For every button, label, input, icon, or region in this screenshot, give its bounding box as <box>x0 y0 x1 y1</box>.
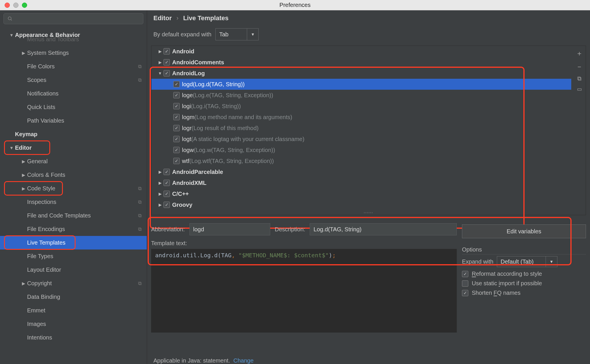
sidebar-item-copyright[interactable]: ▶Copyright⧉ <box>0 277 147 290</box>
checkbox-icon[interactable]: ✓ <box>173 136 180 142</box>
remove-icon[interactable]: － <box>576 62 583 71</box>
template-group-groovy[interactable]: ▶✓Groovy <box>151 199 571 210</box>
sidebar-item-label: System Settings <box>27 50 69 56</box>
sidebar-item-menus[interactable]: Menus and Toolbars <box>0 33 147 46</box>
search-input[interactable] <box>3 13 143 24</box>
default-expand-label: By default expand with <box>153 31 211 38</box>
sidebar-item-images[interactable]: Images <box>0 317 147 331</box>
template-group-cc[interactable]: ▶✓C/C++ <box>151 188 571 199</box>
template-group-androidlog[interactable]: ▼✓AndroidLog <box>151 68 571 79</box>
template-desc: (Log.w(TAG, String, Exception)) <box>194 147 275 153</box>
sidebar-item-filetypes[interactable]: File Types <box>0 249 147 263</box>
sidebar-item-label: Data Binding <box>27 294 60 300</box>
change-context-link[interactable]: Change <box>233 357 253 364</box>
template-item-logm[interactable]: ✓logm (Log method name and its arguments… <box>151 112 571 123</box>
sidebar-item-keymap[interactable]: Keymap <box>0 127 147 141</box>
paste-icon[interactable]: ▭ <box>577 86 582 92</box>
close-window-button[interactable] <box>5 3 10 8</box>
sidebar-item-filecolors[interactable]: File Colors⧉ <box>0 60 147 73</box>
sidebar-item-intentions[interactable]: Intentions <box>0 331 147 344</box>
template-item-logi[interactable]: ✓logi (Log.i(TAG, String)) <box>151 101 571 112</box>
template-abbr: wtf <box>182 158 189 164</box>
default-expand-value[interactable] <box>215 28 247 40</box>
copy-icon: ⧉ <box>138 77 142 83</box>
checkbox-icon[interactable]: ✓ <box>164 48 170 55</box>
option-label: Shorten FQ names <box>472 290 521 296</box>
zoom-window-button[interactable] <box>22 3 27 8</box>
template-item-logd[interactable]: ✓logd (Log.d(TAG, String)) <box>151 79 571 90</box>
checkbox-icon[interactable]: ✓ <box>173 147 180 153</box>
sidebar-item-label: Inspections <box>27 199 56 205</box>
template-group-android[interactable]: ▶✓Android <box>151 46 571 57</box>
sidebar-item-notif[interactable]: Notifications <box>0 87 147 100</box>
chevron-down-icon: ▼ <box>157 71 164 76</box>
sidebar-item-editor[interactable]: ▼Editor <box>0 141 147 155</box>
description-input[interactable] <box>310 223 457 235</box>
sidebar-item-label: File Colors <box>27 63 55 70</box>
template-item-wtf[interactable]: ✓wtf (Log.wtf(TAG, String, Exception)) <box>151 155 571 166</box>
template-group-androidparcelable[interactable]: ▶✓AndroidParcelable <box>151 166 571 177</box>
option-label: Reformat according to style <box>472 271 542 277</box>
shorten-fq-option[interactable]: ✓ Shorten FQ names <box>462 290 586 296</box>
template-group-androidcomments[interactable]: ▶✓AndroidComments <box>151 57 571 68</box>
sidebar-item-fileenc[interactable]: File Encodings⧉ <box>0 222 147 236</box>
checkbox-icon[interactable]: ✓ <box>462 271 468 277</box>
sidebar-item-label: Copyright <box>27 280 52 287</box>
template-text-editor[interactable]: android.util.Log.d(TAG, "$METHOD_NAME$: … <box>151 249 457 333</box>
option-label: Use static import if possible <box>472 280 542 287</box>
breadcrumb-root[interactable]: Editor <box>153 14 172 22</box>
checkbox-icon[interactable]: ✓ <box>164 70 170 76</box>
abbreviation-input[interactable] <box>189 223 270 235</box>
chevron-down-icon[interactable]: ▼ <box>546 256 557 267</box>
checkbox-icon[interactable]: ✓ <box>164 169 170 175</box>
sidebar-item-label: File Encodings <box>27 226 65 232</box>
checkbox-icon[interactable]: ✓ <box>164 202 170 208</box>
sidebar-item-syssettings[interactable]: ▶System Settings <box>0 46 147 60</box>
sidebar-item-codestyle[interactable]: ▶Code Style⧉ <box>0 182 147 195</box>
checkbox-icon[interactable]: ✓ <box>173 158 180 164</box>
sidebar-item-label: Emmet <box>27 307 45 314</box>
checkbox-icon[interactable]: ✓ <box>164 59 170 65</box>
checkbox-icon[interactable]: ✓ <box>164 180 170 186</box>
copy-icon[interactable]: ⧉ <box>577 75 581 82</box>
sidebar-item-label: Scopes <box>27 77 46 83</box>
checkbox-icon[interactable]: ✓ <box>173 81 180 87</box>
template-group-androidxml[interactable]: ▶✓AndroidXML <box>151 177 571 188</box>
template-group-label: Groovy <box>172 202 192 208</box>
template-item-logt[interactable]: ✓logt (A static logtag with your current… <box>151 134 571 145</box>
sidebar-item-inspections[interactable]: Inspections⧉ <box>0 195 147 209</box>
checkbox-icon[interactable]: ✓ <box>173 114 180 120</box>
default-expand-select[interactable]: ▼ <box>215 28 259 40</box>
applicable-context: Applicable in Java: statement. Change <box>153 357 584 364</box>
expand-with-value[interactable] <box>497 256 546 267</box>
template-group-label: Android <box>172 48 194 55</box>
edit-variables-button[interactable]: Edit variables <box>462 224 586 238</box>
sidebar-item-quicklists[interactable]: Quick Lists <box>0 100 147 114</box>
add-icon[interactable]: ＋ <box>576 49 583 58</box>
resize-handle[interactable]: •••••• <box>364 211 373 214</box>
reformat-option[interactable]: ✓ Reformat according to style <box>462 271 586 277</box>
chevron-down-icon[interactable]: ▼ <box>247 28 259 40</box>
separator <box>462 254 586 254</box>
checkbox-icon[interactable]: ✓ <box>173 92 180 98</box>
sidebar-item-filetemplates[interactable]: File and Code Templates⧉ <box>0 209 147 222</box>
checkbox-icon[interactable]: ✓ <box>164 191 170 197</box>
sidebar-item-colorsfonts[interactable]: ▶Colors & Fonts <box>0 168 147 182</box>
template-item-loge[interactable]: ✓loge (Log.e(TAG, String, Exception)) <box>151 90 571 101</box>
template-item-logw[interactable]: ✓logw (Log.w(TAG, String, Exception)) <box>151 145 571 155</box>
checkbox-icon[interactable]: ✓ <box>173 103 180 109</box>
sidebar-item-databinding[interactable]: Data Binding <box>0 290 147 304</box>
sidebar-item-scopes[interactable]: Scopes⧉ <box>0 73 147 87</box>
static-import-option[interactable]: Use static import if possible <box>462 280 586 287</box>
sidebar-item-general[interactable]: ▶General <box>0 155 147 168</box>
template-item-logr[interactable]: ✓logr (Log result of this method) <box>151 123 571 134</box>
checkbox-icon[interactable]: ✓ <box>173 125 180 131</box>
expand-with-select[interactable]: ▼ <box>497 256 557 267</box>
sidebar-item-emmet[interactable]: Emmet <box>0 304 147 317</box>
checkbox-icon[interactable]: ✓ <box>462 290 468 296</box>
sidebar-item-pathvars[interactable]: Path Variables <box>0 114 147 127</box>
checkbox-icon[interactable] <box>462 280 468 287</box>
minimize-window-button[interactable] <box>13 3 18 8</box>
sidebar-item-layouteditor[interactable]: Layout Editor <box>0 263 147 277</box>
sidebar-item-livetmpl[interactable]: Live Templates <box>0 236 147 249</box>
